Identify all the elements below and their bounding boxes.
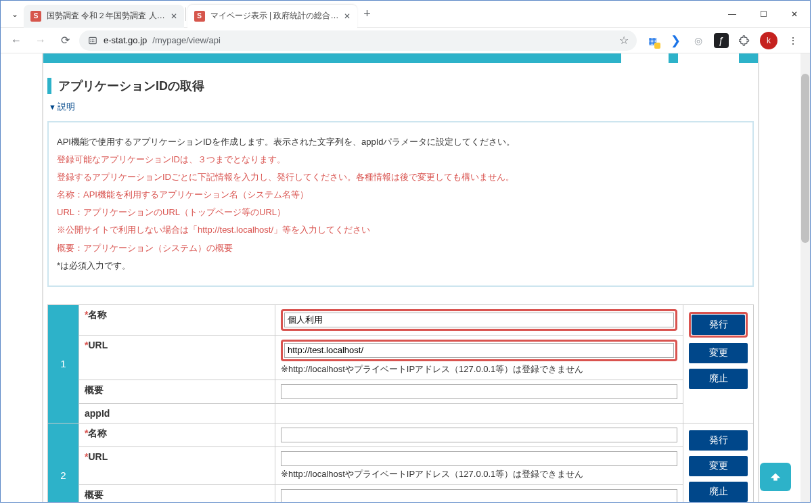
field-label-name: *名称 [79, 423, 275, 446]
name-input[interactable] [281, 428, 677, 442]
close-button[interactable]: ✕ [779, 1, 810, 27]
page-top-accent [43, 53, 758, 63]
title-bar: ⌄ S 国勢調査 令和２年国勢調査 人… ✕ S マイページ表示 | 政府統計の… [1, 1, 810, 28]
extension-icon[interactable]: ▦ [645, 33, 660, 48]
field-label-name: *名称 [79, 304, 275, 335]
app-id-table: 1 *名称 発行 [47, 304, 754, 502]
url-note: ※http://localhostやプライベートIPアドレス（127.0.0.1… [281, 468, 677, 480]
extension-icon[interactable]: ❯ [668, 33, 683, 48]
url-input-field[interactable] [284, 343, 674, 358]
field-label-url: *URL [79, 446, 275, 484]
back-button[interactable]: ← [6, 30, 26, 51]
change-button[interactable]: 変更 [689, 456, 748, 476]
extension-icons: ▦ ❯ ◎ ƒ k ⋮ [641, 32, 805, 49]
tab-strip: ⌄ S 国勢調査 令和２年国勢調査 人… ✕ S マイページ表示 | 政府統計の… [1, 1, 376, 27]
favicon-icon: S [30, 11, 41, 22]
browser-tab[interactable]: S 国勢調査 令和２年国勢調査 人… ✕ [24, 5, 184, 28]
url-input[interactable]: e-stat.go.jp/mypage/view/api ☆ [79, 30, 637, 51]
appid-value [275, 403, 683, 423]
url-input-field[interactable] [281, 451, 677, 466]
info-line: URL：アプリケーションのURL（トップページ等のURL） [57, 205, 744, 220]
browser-tab-active[interactable]: S マイページ表示 | 政府統計の総合… ✕ [187, 5, 358, 28]
info-line: 概要：アプリケーション（システム）の概要 [57, 241, 744, 256]
extensions-menu-icon[interactable] [737, 33, 752, 48]
info-line: *は必須入力です。 [57, 258, 744, 273]
url-note: ※http://localhostやプライベートIPアドレス（127.0.0.1… [281, 363, 677, 375]
info-line: 登録するアプリケーションIDごとに下記情報を入力し、発行してください。各種情報は… [57, 170, 744, 185]
field-label-appid: appId [79, 403, 275, 423]
new-tab-button[interactable]: + [357, 5, 376, 24]
highlight-box [281, 340, 677, 361]
address-bar: ← → ⟳ e-stat.go.jp/mypage/view/api ☆ ▦ ❯… [1, 28, 810, 53]
field-label-summary: 概要 [79, 484, 275, 502]
highlight-box: 発行 [689, 312, 748, 338]
bookmark-icon[interactable]: ☆ [619, 34, 629, 47]
info-line: API機能で使用するアプリケーションIDを作成します。表示された文字列を、app… [57, 135, 744, 150]
vertical-scrollbar[interactable] [800, 53, 810, 502]
reload-button[interactable]: ⟳ [55, 30, 75, 51]
page-viewport: アプリケーションIDの取得 ▼ 説明 API機能で使用するアプリケーションIDを… [1, 53, 810, 502]
summary-input[interactable] [281, 384, 677, 399]
issue-button[interactable]: 発行 [692, 315, 745, 335]
close-icon[interactable]: ✕ [171, 12, 177, 21]
stop-button[interactable]: 廃止 [689, 482, 748, 502]
tab-title: マイページ表示 | 政府統計の総合… [210, 10, 339, 22]
actions-cell: 発行 変更 廃止 [683, 304, 754, 423]
field-label-url: *URL [79, 335, 275, 380]
url-path: /mypage/view/api [152, 35, 220, 45]
info-line: 登録可能なアプリケーションIDは、３つまでとなります。 [57, 152, 744, 167]
close-icon[interactable]: ✕ [344, 12, 351, 21]
explanation-label: 説明 [58, 101, 75, 113]
info-line: ※公開サイトで利用しない場合は「http://test.localhost/」等… [57, 223, 744, 237]
tab-title: 国勢調査 令和２年国勢調査 人… [47, 10, 165, 22]
site-info-icon[interactable] [87, 35, 98, 46]
scroll-thumb[interactable] [801, 74, 809, 243]
back-to-top-button[interactable] [760, 463, 791, 491]
change-button[interactable]: 変更 [689, 343, 748, 363]
extension-icon[interactable]: ◎ [691, 33, 706, 48]
forward-button[interactable]: → [30, 30, 51, 51]
page-container: アプリケーションIDの取得 ▼ 説明 API機能で使用するアプリケーションIDを… [42, 53, 759, 502]
row-number: 2 [48, 423, 79, 502]
actions-cell: 発行 変更 廃止 [683, 423, 754, 502]
summary-input[interactable] [281, 489, 677, 502]
maximize-button[interactable]: ☐ [748, 1, 779, 27]
info-box: API機能で使用するアプリケーションIDを作成します。表示された文字列を、app… [47, 121, 754, 287]
kebab-menu-icon[interactable]: ⋮ [786, 33, 800, 48]
highlight-box [281, 309, 677, 331]
page-title: アプリケーションIDの取得 [47, 78, 754, 94]
window-controls: — ☐ ✕ [717, 1, 810, 27]
issue-button[interactable]: 発行 [689, 430, 748, 451]
tab-list-dropdown-icon[interactable]: ⌄ [6, 5, 24, 23]
minimize-button[interactable]: — [717, 1, 748, 27]
url-host: e-stat.go.jp [104, 35, 147, 45]
favicon-icon: S [194, 11, 205, 22]
explanation-toggle[interactable]: ▼ 説明 [49, 101, 75, 113]
info-line: 名称：API機能を利用するアプリケーション名（システム名等） [57, 187, 744, 202]
triangle-down-icon: ▼ [49, 103, 56, 111]
tab-separator [185, 7, 186, 21]
window-frame: ⌄ S 国勢調査 令和２年国勢調査 人… ✕ S マイページ表示 | 政府統計の… [0, 0, 811, 503]
name-input[interactable] [284, 313, 674, 327]
stop-button[interactable]: 廃止 [689, 369, 748, 389]
row-number: 1 [48, 304, 79, 423]
extension-icon[interactable]: ƒ [714, 33, 729, 48]
profile-avatar[interactable]: k [760, 32, 777, 49]
field-label-summary: 概要 [79, 380, 275, 403]
